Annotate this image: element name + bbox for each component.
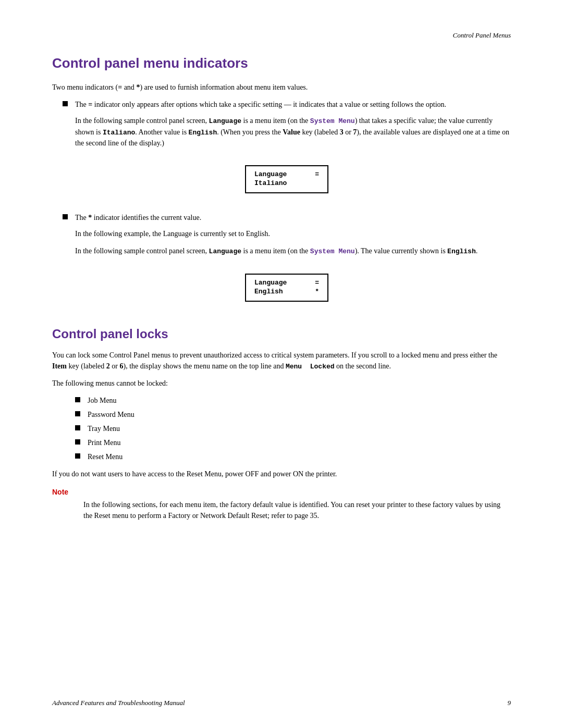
item-key-label: Item xyxy=(52,362,67,370)
bullet-section-2: The * indicator identifies the current v… xyxy=(63,212,511,310)
indented-para-2a: In the following example, the Language i… xyxy=(75,228,511,239)
display-wrapper-1: Language = Italiano xyxy=(63,157,511,202)
control-panel-display-1: Language = Italiano xyxy=(245,165,328,193)
bullet-section-1: The = indicator only appears after optio… xyxy=(63,99,511,202)
note-text: In the following sections, for each menu… xyxy=(83,499,511,521)
bullet-icon-1 xyxy=(63,101,68,106)
note-container: Note In the following sections, for each… xyxy=(52,488,511,521)
indented-para-2b: In the following sample control panel sc… xyxy=(75,245,511,257)
system-menu-label-1: System Menu xyxy=(310,117,355,125)
list-bullet-4 xyxy=(75,439,80,445)
header-text: Control Panel Menus xyxy=(453,31,511,39)
menu-locked-label: Menu Locked xyxy=(286,363,335,371)
display1-line1-right: = xyxy=(315,170,319,178)
english-label-2: English xyxy=(447,248,476,255)
display2-line2-right: * xyxy=(315,288,319,295)
page-header: Control Panel Menus xyxy=(52,31,511,40)
display2-line2-left: English xyxy=(254,288,283,295)
bullet-content-1: The = indicator only appears after optio… xyxy=(75,99,511,110)
page-footer: Advanced Features and Troubleshooting Ma… xyxy=(52,699,511,707)
bullet-icon-2 xyxy=(63,214,68,219)
section2-title: Control panel locks xyxy=(52,327,511,341)
value-key-label: Value xyxy=(283,128,300,136)
list-bullet-3 xyxy=(75,425,80,430)
display2-row2: English * xyxy=(254,288,319,295)
list-item-label-2: Password Menu xyxy=(88,409,511,420)
language-label-2: Language xyxy=(209,248,241,255)
note-label: Note xyxy=(52,488,511,496)
list-item-2: Password Menu xyxy=(75,409,511,420)
display1-line1-left: Language xyxy=(254,170,287,178)
list-item-label-5: Reset Menu xyxy=(88,451,511,462)
equals-indicator: = xyxy=(88,101,92,108)
section2-para2: The following menus cannot be locked: xyxy=(52,378,511,389)
display2-line1-left: Language xyxy=(254,279,287,287)
section1-title: Control panel menu indicators xyxy=(52,55,511,71)
english-label-1: English xyxy=(189,129,217,137)
bullet-item-2: The * indicator identifies the current v… xyxy=(63,212,511,223)
key-3: 3 xyxy=(340,128,344,136)
list-bullet-1 xyxy=(75,397,80,402)
display2-row1: Language = xyxy=(254,279,319,287)
footer-left: Advanced Features and Troubleshooting Ma… xyxy=(52,699,185,707)
display2-line1-right: = xyxy=(315,279,319,287)
indicator-star: * xyxy=(136,83,140,91)
star-indicator: * xyxy=(88,214,92,221)
section2-container: Control panel locks You can lock some Co… xyxy=(52,327,511,522)
display1-line2-left: Italiano xyxy=(254,179,287,187)
indented-para-1a: In the following sample control panel sc… xyxy=(75,115,511,149)
list-item-3: Tray Menu xyxy=(75,423,511,434)
list-bullet-5 xyxy=(75,453,80,459)
note-block: In the following sections, for each menu… xyxy=(83,499,511,521)
cannot-lock-list: Job Menu Password Menu Tray Menu Print M… xyxy=(75,395,511,462)
list-bullet-2 xyxy=(75,411,80,416)
system-menu-label-2: System Menu xyxy=(310,248,355,255)
key-7: 7 xyxy=(353,128,357,136)
list-item-4: Print Menu xyxy=(75,437,511,448)
key-2: 2 xyxy=(106,362,110,370)
italiano-label: Italiano xyxy=(103,129,135,137)
display-wrapper-2: Language = English * xyxy=(63,265,511,310)
display1-row1: Language = xyxy=(254,170,319,178)
list-item-label-4: Print Menu xyxy=(88,437,511,448)
list-item-label-3: Tray Menu xyxy=(88,423,511,434)
bullet-item-1: The = indicator only appears after optio… xyxy=(63,99,511,110)
indicator-equals: = xyxy=(118,83,122,91)
list-item-label-1: Job Menu xyxy=(88,395,511,406)
section2-para3: If you do not want users to have access … xyxy=(52,468,511,479)
list-item-1: Job Menu xyxy=(75,395,511,406)
language-label-1: Language xyxy=(209,117,241,125)
footer-page-number: 9 xyxy=(508,699,511,707)
section1-intro: Two menu indicators (= and *) are used t… xyxy=(52,82,511,93)
bullet-content-2: The * indicator identifies the current v… xyxy=(75,212,511,223)
display1-row2: Italiano xyxy=(254,179,319,187)
control-panel-display-2: Language = English * xyxy=(245,274,328,302)
list-item-5: Reset Menu xyxy=(75,451,511,462)
section2-para1: You can lock some Control Panel menus to… xyxy=(52,350,511,372)
key-6: 6 xyxy=(119,362,123,370)
